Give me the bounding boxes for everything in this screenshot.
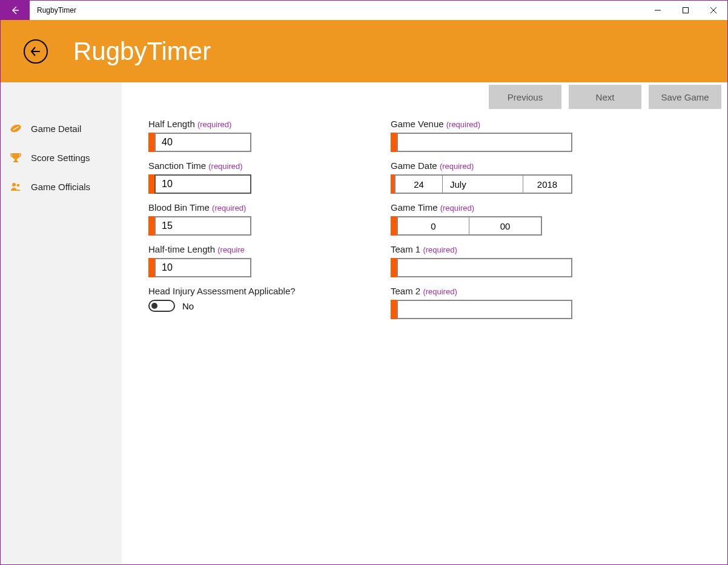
form-column-left: Half Length (required) Sanction Time (re…: [148, 119, 330, 328]
required-marker: (required): [208, 162, 242, 171]
app-header: RugbyTimer: [1, 20, 727, 82]
field-half-time-length: Half-time Length (required): [148, 244, 330, 277]
sidebar-item-label: Game Officials: [31, 182, 90, 192]
trophy-icon: [9, 151, 22, 164]
arrow-left-icon: [10, 5, 20, 15]
window-title: RugbyTimer: [30, 1, 84, 20]
field-label: Half-time Length (required): [148, 244, 244, 254]
maximize-button[interactable]: [672, 1, 700, 20]
form: Half Length (required) Sanction Time (re…: [122, 82, 727, 328]
titlebar: RugbyTimer: [1, 1, 727, 20]
required-marker: (required): [197, 120, 231, 129]
svg-rect-8: [15, 159, 17, 161]
close-icon: [710, 7, 716, 13]
half-time-length-input[interactable]: [154, 258, 251, 277]
field-label: Half Length (required): [148, 119, 330, 129]
team2-input[interactable]: [397, 300, 572, 319]
sidebar-item-game-detail[interactable]: Game Detail: [1, 114, 122, 143]
required-indicator: [391, 300, 397, 319]
time-hour[interactable]: 0: [398, 217, 469, 234]
required-indicator: [391, 216, 397, 236]
required-indicator: [148, 133, 154, 152]
titlebar-back-button[interactable]: [1, 1, 30, 20]
sidebar: Game Detail Score Settings Game Official…: [1, 82, 122, 564]
arrow-left-icon: [29, 45, 42, 58]
field-game-time: Game Time (required) 0 00: [391, 202, 572, 236]
header-back-button[interactable]: [24, 39, 48, 64]
sidebar-item-game-officials[interactable]: Game Officials: [1, 172, 122, 201]
half-length-input[interactable]: [154, 133, 251, 152]
required-marker: (required): [212, 203, 246, 213]
window: RugbyTimer RugbyTimer Game Detail: [0, 0, 728, 565]
content: Previous Next Save Game Half Length (req…: [122, 82, 727, 564]
required-indicator: [148, 258, 154, 277]
sidebar-item-label: Score Settings: [31, 153, 90, 163]
game-date-picker[interactable]: 24 July 2018: [394, 174, 572, 194]
field-label: Team 1 (required): [391, 244, 572, 254]
field-label: Sanction Time (required): [148, 160, 330, 171]
required-marker: (required): [423, 287, 457, 296]
form-column-right: Game Venue (required) Game Date (require…: [391, 119, 572, 328]
action-bar: Previous Next Save Game: [489, 85, 721, 109]
team1-input[interactable]: [397, 258, 572, 277]
svg-point-11: [17, 184, 20, 187]
required-marker: (required): [440, 162, 474, 171]
hia-toggle-label: No: [182, 301, 194, 311]
required-indicator: [148, 174, 154, 194]
game-venue-input[interactable]: [397, 133, 572, 152]
app-title: RugbyTimer: [73, 37, 211, 66]
field-label: Blood Bin Time (required): [148, 202, 330, 213]
body: Game Detail Score Settings Game Official…: [1, 82, 727, 564]
minimize-button[interactable]: [644, 1, 672, 20]
football-icon: [9, 122, 22, 134]
date-day[interactable]: 24: [395, 176, 443, 193]
field-team2: Team 2 (required): [391, 286, 572, 319]
maximize-icon: [683, 7, 689, 13]
sidebar-item-label: Game Detail: [31, 124, 81, 134]
field-team1: Team 1 (required): [391, 244, 572, 277]
previous-button[interactable]: Previous: [489, 85, 561, 109]
required-marker: (required): [217, 245, 244, 254]
close-button[interactable]: [700, 1, 727, 20]
sanction-time-input[interactable]: [154, 174, 251, 194]
blood-bin-time-input[interactable]: [154, 216, 251, 236]
minimize-icon: [655, 7, 661, 13]
required-indicator: [391, 133, 397, 152]
next-button[interactable]: Next: [569, 85, 641, 109]
date-year[interactable]: 2018: [523, 176, 571, 193]
field-half-length: Half Length (required): [148, 119, 330, 152]
svg-point-10: [12, 183, 16, 187]
svg-rect-2: [683, 8, 689, 13]
field-game-date: Game Date (required) 24 July 2018: [391, 160, 572, 194]
field-label: Game Date (required): [391, 160, 572, 171]
required-marker: (required): [446, 120, 480, 129]
required-indicator: [391, 258, 397, 277]
field-hia: Head Injury Assessment Applicable? No: [148, 286, 330, 312]
field-label: Game Time (required): [391, 202, 572, 213]
field-game-venue: Game Venue (required): [391, 119, 572, 152]
hia-toggle[interactable]: [148, 300, 175, 312]
field-label: Game Venue (required): [391, 119, 572, 129]
field-blood-bin-time: Blood Bin Time (required): [148, 202, 330, 236]
toggle-knob: [151, 303, 157, 309]
field-label: Head Injury Assessment Applicable?: [148, 286, 330, 296]
save-game-button[interactable]: Save Game: [649, 85, 721, 109]
people-icon: [9, 180, 22, 193]
svg-rect-9: [13, 161, 18, 162]
game-time-picker[interactable]: 0 00: [397, 216, 542, 236]
sidebar-item-score-settings[interactable]: Score Settings: [1, 143, 122, 172]
field-sanction-time: Sanction Time (required): [148, 160, 330, 194]
field-label: Team 2 (required): [391, 286, 572, 296]
date-month[interactable]: July: [443, 176, 523, 193]
required-marker: (required): [423, 245, 457, 254]
time-minute[interactable]: 00: [469, 217, 541, 234]
required-indicator: [148, 216, 154, 236]
required-marker: (required): [440, 203, 474, 213]
